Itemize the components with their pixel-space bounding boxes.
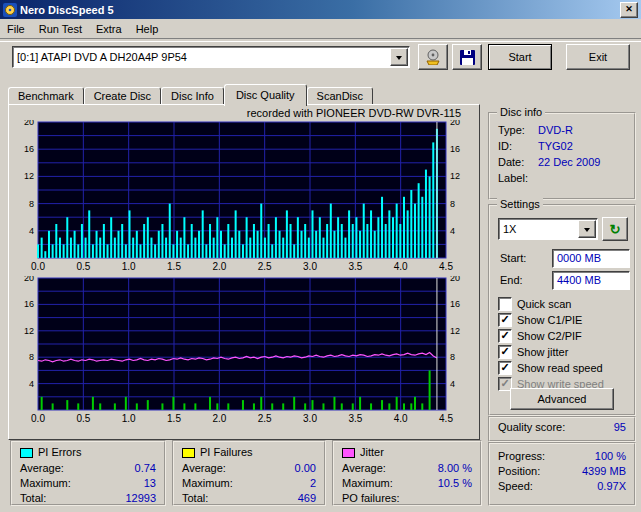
svg-text:0.5: 0.5 — [76, 261, 90, 272]
svg-text:3.0: 3.0 — [303, 413, 317, 424]
svg-text:20: 20 — [24, 120, 34, 127]
svg-text:1.0: 1.0 — [122, 261, 136, 272]
start-position-label: Start: — [500, 252, 526, 264]
tab-disc-info[interactable]: Disc Info — [161, 87, 224, 105]
settings-title: Settings — [497, 198, 543, 211]
end-position-value: 4400 MB — [557, 274, 601, 286]
svg-text:12: 12 — [24, 171, 34, 181]
speed-selector-dropdown[interactable] — [578, 220, 596, 238]
svg-text:4: 4 — [450, 226, 455, 236]
jitter-stats-title: Jitter — [360, 446, 384, 459]
floppy-icon — [460, 50, 475, 65]
start-position-value: 0000 MB — [557, 252, 601, 264]
checkbox-box[interactable] — [498, 345, 512, 359]
advanced-button[interactable]: Advanced — [510, 388, 614, 410]
tab-strip: Benchmark Create Disc Disc Info Disc Qua… — [8, 84, 373, 105]
svg-text:20: 20 — [450, 276, 460, 283]
eject-disc-button[interactable] — [418, 44, 448, 70]
checkbox-show-jitter[interactable]: Show jitter — [490, 344, 634, 360]
stat-value: 0.74 — [135, 461, 156, 476]
tab-create-disc[interactable]: Create Disc — [84, 87, 161, 105]
tab-disc-quality[interactable]: Disc Quality — [224, 84, 307, 106]
stat-value: 469 — [298, 491, 316, 506]
drive-selector-value: [0:1] ATAPI DVD A DH20A4P 9P54 — [13, 51, 389, 63]
pi-failures-stats-title: PI Failures — [200, 446, 253, 459]
window-title: Nero DiscSpeed 5 — [20, 4, 620, 16]
drive-selector-dropdown[interactable] — [390, 48, 408, 66]
svg-text:12: 12 — [450, 326, 460, 336]
hand-disc-icon — [424, 49, 442, 65]
position-label: Position: — [498, 464, 540, 479]
tab-benchmark[interactable]: Benchmark — [8, 87, 84, 105]
speed-selector[interactable]: 1X — [498, 218, 598, 240]
progress-panel: Progress:100 % Position:4399 MB Speed:0.… — [488, 442, 636, 506]
svg-text:2.0: 2.0 — [212, 413, 226, 424]
progress-value: 100 % — [595, 449, 626, 464]
title-bar: Nero DiscSpeed 5 ✕ — [0, 0, 641, 19]
save-button[interactable] — [452, 44, 482, 70]
checkbox-box[interactable] — [498, 313, 512, 327]
close-button[interactable]: ✕ — [620, 2, 638, 18]
chevron-down-icon — [396, 56, 402, 63]
svg-text:2.5: 2.5 — [258, 261, 272, 272]
stat-value: 2 — [310, 476, 316, 491]
svg-text:16: 16 — [24, 299, 34, 309]
svg-text:8: 8 — [29, 199, 34, 209]
stat-label: Average: — [20, 461, 64, 476]
refresh-speeds-button[interactable]: ↻ — [602, 217, 628, 241]
pi-failures-swatch — [182, 448, 195, 458]
stat-label: Maximum: — [182, 476, 233, 491]
checkbox-show-c1-pie[interactable]: Show C1/PIE — [490, 312, 634, 328]
jitter-chart: 20201616121288440.00.51.01.52.02.53.03.5… — [12, 276, 474, 426]
stat-label: Maximum: — [342, 476, 393, 491]
menu-help[interactable]: Help — [129, 21, 166, 37]
svg-text:1.5: 1.5 — [167, 261, 181, 272]
stat-label: Total: — [182, 491, 208, 506]
disc-date-value: 22 Dec 2009 — [538, 154, 600, 170]
tab-scandisc[interactable]: ScanDisc — [307, 87, 373, 105]
svg-text:4.5: 4.5 — [439, 413, 453, 424]
checkbox-show-read-speed[interactable]: Show read speed — [490, 360, 634, 376]
menu-run-test[interactable]: Run Test — [32, 21, 89, 37]
start-position-field[interactable]: 0000 MB — [552, 249, 630, 268]
svg-text:2.0: 2.0 — [212, 261, 226, 272]
menu-file[interactable]: File — [0, 21, 32, 37]
checkbox-label: Show jitter — [517, 346, 568, 358]
checkbox-quick-scan[interactable]: Quick scan — [490, 296, 634, 312]
menu-extra[interactable]: Extra — [89, 21, 129, 37]
svg-text:4.5: 4.5 — [439, 261, 453, 272]
stat-value: 13 — [144, 476, 156, 491]
checkbox-box[interactable] — [498, 297, 512, 311]
checkbox-label: Show C2/PIF — [517, 330, 582, 342]
checkbox-box[interactable] — [498, 329, 512, 343]
svg-text:8: 8 — [450, 352, 455, 362]
drive-selector[interactable]: [0:1] ATAPI DVD A DH20A4P 9P54 — [12, 46, 410, 68]
stat-label: Maximum: — [20, 476, 71, 491]
end-position-label: End: — [500, 274, 523, 286]
speed-label: Speed: — [498, 479, 533, 494]
checkbox-show-c2-pif[interactable]: Show C2/PIF — [490, 328, 634, 344]
disc-info-panel: Disc info Type:DVD-R ID:TYG02 Date:22 De… — [488, 112, 636, 200]
stat-value: 0.00 — [295, 461, 316, 476]
checkbox-box[interactable] — [498, 361, 512, 375]
svg-text:4: 4 — [29, 379, 34, 389]
quality-score-label: Quality score: — [498, 418, 565, 436]
menu-separator — [0, 38, 641, 42]
svg-text:12: 12 — [24, 326, 34, 336]
jitter-stats-panel: Jitter Average:8.00 % Maximum:10.5 % PO … — [332, 440, 482, 506]
exit-button[interactable]: Exit — [566, 44, 630, 70]
stat-label: Average: — [342, 461, 386, 476]
stat-value: 8.00 % — [438, 461, 472, 476]
stat-label: Total: — [20, 491, 46, 506]
end-position-field[interactable]: 4400 MB — [552, 271, 630, 290]
svg-text:20: 20 — [450, 120, 460, 127]
start-button[interactable]: Start — [488, 44, 552, 70]
jitter-swatch — [342, 448, 355, 458]
progress-label: Progress: — [498, 449, 545, 464]
stat-value: 10.5 % — [438, 476, 472, 491]
svg-text:4: 4 — [29, 226, 34, 236]
disc-type-label: Type: — [498, 122, 538, 138]
svg-text:3.0: 3.0 — [303, 261, 317, 272]
svg-text:4.0: 4.0 — [394, 261, 408, 272]
pi-errors-swatch — [20, 448, 33, 458]
